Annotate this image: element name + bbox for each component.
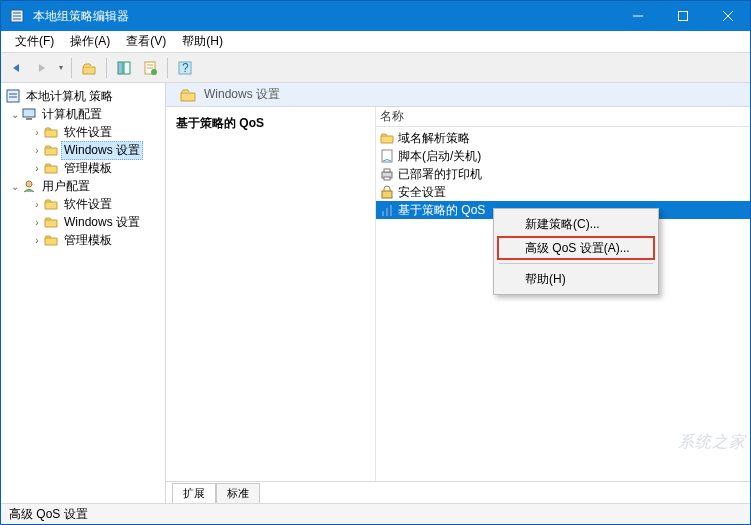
content-row: 基于策略的 QoS 名称 域名解析策略 脚本(启动/关机) 已部署的打印机 [166,107,750,481]
menu-help[interactable]: 帮助(H) [174,31,231,52]
expand-icon[interactable]: › [31,163,43,174]
tree-computer-config[interactable]: ⌄ 计算机配置 [3,105,163,123]
scope-tree[interactable]: 本地计算机 策略 ⌄ 计算机配置 › 软件设置 › Windows 设置 › 管… [1,83,166,503]
list-item[interactable]: 脚本(启动/关机) [376,147,750,165]
expand-icon[interactable]: › [31,235,43,246]
toolbar-separator [167,58,168,78]
tree-label: 计算机配置 [39,105,105,124]
svg-rect-28 [386,208,388,216]
ctx-new-policy[interactable]: 新建策略(C)... [497,212,655,236]
tree-label: 管理模板 [61,159,115,178]
path-bar: Windows 设置 [166,83,750,107]
toolbar: ▾ ? [1,53,750,83]
svg-rect-16 [7,90,19,102]
list-item-label: 域名解析策略 [398,130,470,147]
collapse-icon[interactable]: ⌄ [9,181,21,192]
svg-rect-25 [384,177,390,180]
tree-comp-software[interactable]: › 软件设置 [3,123,163,141]
menu-view[interactable]: 查看(V) [118,31,174,52]
tree-user-software[interactable]: › 软件设置 [3,195,163,213]
menu-file[interactable]: 文件(F) [7,31,62,52]
menu-bar: 文件(F) 操作(A) 查看(V) 帮助(H) [1,31,750,53]
folder-icon [43,160,59,176]
show-hide-tree-button[interactable] [113,57,135,79]
list-items: 域名解析策略 脚本(启动/关机) 已部署的打印机 安全设置 [376,127,750,221]
back-button[interactable] [5,57,27,79]
user-icon [21,178,37,194]
svg-rect-29 [390,205,392,216]
maximize-button[interactable] [660,1,705,31]
tree-root[interactable]: 本地计算机 策略 [3,87,163,105]
tree-user-templates[interactable]: › 管理模板 [3,231,163,249]
policy-icon [5,88,21,104]
folder-icon [380,132,394,144]
qos-icon [380,203,394,217]
tab-standard[interactable]: 标准 [216,483,260,503]
tree-label: 软件设置 [61,195,115,214]
folder-icon [43,232,59,248]
tree-label: 软件设置 [61,123,115,142]
tree-user-windows[interactable]: › Windows 设置 [3,213,163,231]
list-item-label: 安全设置 [398,184,446,201]
svg-point-13 [151,69,157,75]
history-dropdown-icon[interactable]: ▾ [57,63,65,72]
list-item[interactable]: 已部署的打印机 [376,165,750,183]
svg-point-21 [26,181,32,187]
tree-label: Windows 设置 [61,213,143,232]
folder-open-icon [180,88,196,102]
up-button[interactable] [78,57,100,79]
computer-icon [21,106,37,122]
tree-label: 用户配置 [39,177,93,196]
list-item[interactable]: 域名解析策略 [376,129,750,147]
svg-text:?: ? [182,61,189,75]
description-column: 基于策略的 QoS [166,107,376,481]
ctx-advanced-qos[interactable]: 高级 QoS 设置(A)... [497,236,655,260]
tree-label: 管理模板 [61,231,115,250]
menu-action[interactable]: 操作(A) [62,31,118,52]
folder-icon [43,214,59,230]
svg-rect-9 [124,62,130,74]
watermark: 系统之家 [678,432,746,453]
app-icon [7,1,27,31]
folder-icon [43,124,59,140]
svg-rect-27 [382,211,384,216]
svg-rect-24 [384,169,390,172]
list-pane: 名称 域名解析策略 脚本(启动/关机) 已部署的打印机 [376,107,750,481]
printer-icon [380,167,394,181]
path-label: Windows 设置 [204,86,280,103]
title-bar: 本地组策略编辑器 [1,1,750,31]
help-button[interactable]: ? [174,57,196,79]
properties-button[interactable] [139,57,161,79]
work-area: 本地计算机 策略 ⌄ 计算机配置 › 软件设置 › Windows 设置 › 管… [1,83,750,503]
expand-icon[interactable]: › [31,145,43,156]
tab-extend[interactable]: 扩展 [172,483,216,503]
svg-rect-19 [23,109,35,117]
expand-icon[interactable]: › [31,127,43,138]
list-item[interactable]: 安全设置 [376,183,750,201]
folder-icon [43,196,59,212]
svg-rect-5 [678,12,687,21]
close-button[interactable] [705,1,750,31]
expand-icon[interactable]: › [31,217,43,228]
tree-label: Windows 设置 [61,141,143,160]
minimize-button[interactable] [615,1,660,31]
status-text: 高级 QoS 设置 [9,506,88,523]
result-pane: Windows 设置 基于策略的 QoS 名称 域名解析策略 脚本(启动/关机) [166,83,750,503]
window-controls [615,1,750,31]
collapse-icon[interactable]: ⌄ [9,109,21,120]
svg-rect-20 [26,118,32,120]
tree-user-config[interactable]: ⌄ 用户配置 [3,177,163,195]
forward-button[interactable] [31,57,53,79]
description-title: 基于策略的 QoS [176,115,365,132]
list-item-label: 脚本(启动/关机) [398,148,481,165]
folder-icon [43,142,59,158]
tree-label: 本地计算机 策略 [23,87,116,106]
tab-strip: 扩展 标准 [166,481,750,503]
ctx-help[interactable]: 帮助(H) [497,267,655,291]
tree-comp-templates[interactable]: › 管理模板 [3,159,163,177]
list-item-label: 基于策略的 QoS [398,202,485,219]
svg-rect-8 [118,62,123,74]
tree-comp-windows[interactable]: › Windows 设置 [3,141,163,159]
list-header-name[interactable]: 名称 [376,107,750,127]
expand-icon[interactable]: › [31,199,43,210]
